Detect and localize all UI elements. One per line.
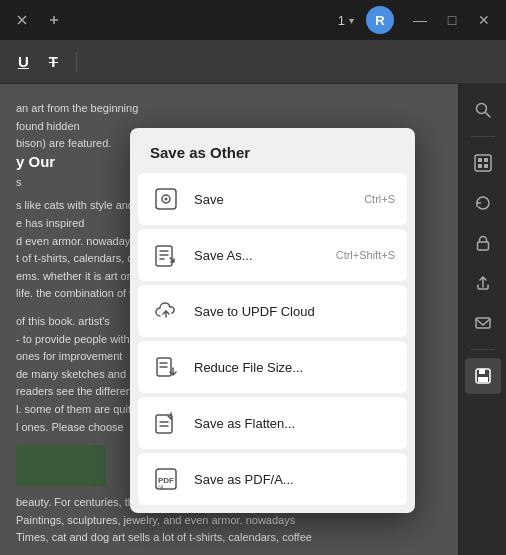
titlebar: 1 ▾ R — □ ✕ bbox=[0, 0, 506, 40]
svg-rect-9 bbox=[478, 164, 482, 168]
toolbar-separator bbox=[76, 52, 77, 72]
pdfa-item-icon: PDF /A bbox=[150, 463, 182, 495]
share-icon[interactable] bbox=[465, 265, 501, 301]
dropdown-title: Save as Other bbox=[138, 136, 407, 173]
save-as-shortcut: Ctrl+Shift+S bbox=[336, 249, 395, 261]
svg-text:/A: /A bbox=[158, 484, 164, 490]
right-sidebar bbox=[458, 84, 506, 555]
svg-rect-15 bbox=[478, 377, 488, 382]
svg-rect-7 bbox=[478, 158, 482, 162]
minimize-button[interactable]: — bbox=[406, 6, 434, 34]
save-as-item-icon bbox=[150, 239, 182, 271]
window-controls: — □ ✕ bbox=[406, 6, 498, 34]
avatar[interactable]: R bbox=[366, 6, 394, 34]
maximize-button[interactable]: □ bbox=[438, 6, 466, 34]
svg-rect-8 bbox=[484, 158, 488, 162]
exit-button[interactable]: ✕ bbox=[470, 6, 498, 34]
svg-rect-19 bbox=[156, 246, 172, 266]
flatten-item[interactable]: Save as Flatten... bbox=[138, 397, 407, 449]
underline-button[interactable]: U bbox=[12, 49, 35, 74]
svg-rect-10 bbox=[484, 164, 488, 168]
refresh-icon[interactable] bbox=[465, 185, 501, 221]
save-item-icon bbox=[150, 183, 182, 215]
save-as-item[interactable]: Save As... Ctrl+Shift+S bbox=[138, 229, 407, 281]
save-cloud-item-icon bbox=[150, 295, 182, 327]
save-as-label: Save As... bbox=[194, 248, 324, 263]
main-content: an art from the beginning found hidden b… bbox=[0, 84, 506, 555]
strikethrough-button[interactable]: T bbox=[43, 49, 64, 74]
save-item[interactable]: Save Ctrl+S bbox=[138, 173, 407, 225]
sidebar-separator-1 bbox=[471, 136, 495, 137]
svg-rect-11 bbox=[477, 242, 488, 250]
dropdown-items: Save Ctrl+S Save As... Ctrl+Shift+S bbox=[138, 173, 407, 505]
toolbar: U T bbox=[0, 40, 506, 84]
sidebar-separator-2 bbox=[471, 349, 495, 350]
reduce-size-item[interactable]: Reduce File Size... bbox=[138, 341, 407, 393]
svg-rect-6 bbox=[475, 155, 491, 171]
save-as-other-dropdown: Save as Other Save Ctrl+S bbox=[130, 128, 415, 513]
flatten-item-icon bbox=[150, 407, 182, 439]
new-tab-button[interactable] bbox=[40, 6, 68, 34]
save-cloud-item[interactable]: Save to UPDF Cloud bbox=[138, 285, 407, 337]
pdfa-label: Save as PDF/A... bbox=[194, 472, 383, 487]
page-indicator[interactable]: 1 ▾ bbox=[338, 13, 354, 28]
page-number: 1 bbox=[338, 13, 345, 28]
svg-point-18 bbox=[165, 198, 168, 201]
mail-icon[interactable] bbox=[465, 305, 501, 341]
reduce-size-label: Reduce File Size... bbox=[194, 360, 383, 375]
close-tab-button[interactable] bbox=[8, 6, 36, 34]
svg-rect-12 bbox=[476, 318, 490, 328]
page-dropdown-icon: ▾ bbox=[349, 15, 354, 26]
pdfa-item[interactable]: PDF /A Save as PDF/A... bbox=[138, 453, 407, 505]
svg-rect-14 bbox=[479, 369, 485, 374]
search-icon[interactable] bbox=[465, 92, 501, 128]
save-label: Save bbox=[194, 192, 352, 207]
save-cloud-label: Save to UPDF Cloud bbox=[194, 304, 383, 319]
reduce-size-item-icon bbox=[150, 351, 182, 383]
save-shortcut: Ctrl+S bbox=[364, 193, 395, 205]
lock-icon[interactable] bbox=[465, 225, 501, 261]
save-sidebar-icon[interactable] bbox=[465, 358, 501, 394]
ocr-icon[interactable] bbox=[465, 145, 501, 181]
svg-line-5 bbox=[485, 113, 490, 118]
flatten-label: Save as Flatten... bbox=[194, 416, 383, 431]
